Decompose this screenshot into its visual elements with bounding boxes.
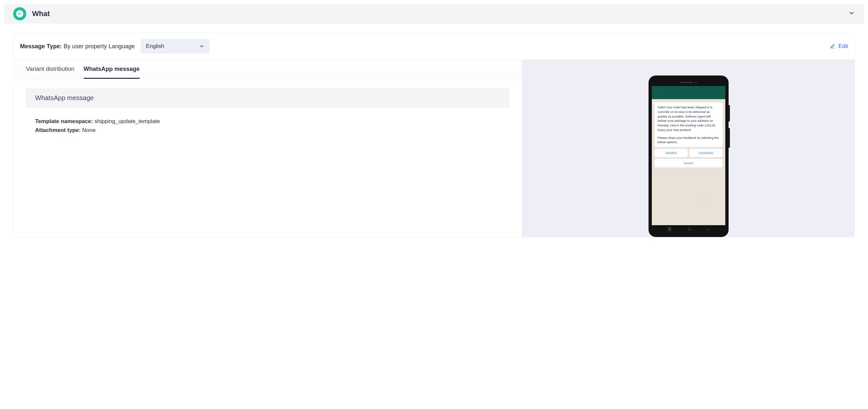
message-type-bar: Message Type: By user property Language … xyxy=(13,33,855,60)
tabs: Variant distribution WhatsApp message xyxy=(13,60,522,79)
message-bubble: Hello! Your order has been shipped & is … xyxy=(654,103,723,147)
template-namespace-value: shipping_update_template xyxy=(94,118,160,124)
template-namespace-label: Template namespace: xyxy=(35,118,93,124)
satisfied-button[interactable]: Satisfied xyxy=(654,149,688,157)
left-body: WhatsApp message Template namespace: shi… xyxy=(13,79,522,164)
message-type-value: By user property Language xyxy=(64,43,135,50)
phone-top xyxy=(652,79,725,86)
template-details: Template namespace: shipping_update_temp… xyxy=(26,108,509,144)
back-icon: ‹ xyxy=(708,227,709,232)
check-badge xyxy=(13,7,26,20)
edit-button[interactable]: Edit xyxy=(830,43,848,50)
chevron-down-icon xyxy=(199,43,205,49)
unsatisfied-button[interactable]: Unsatisfied xyxy=(689,149,723,157)
chevron-down-icon[interactable] xyxy=(848,10,855,18)
attachment-type-value: None xyxy=(82,127,96,133)
message-text-1: Hello! Your order has been shipped & is … xyxy=(658,105,719,132)
neutral-button[interactable]: Neutral xyxy=(654,159,723,167)
square-icon: □ xyxy=(688,227,690,232)
edit-label: Edit xyxy=(838,43,848,50)
language-select[interactable]: English xyxy=(141,39,210,54)
tab-whatsapp-message[interactable]: WhatsApp message xyxy=(84,60,140,79)
section-title: What xyxy=(32,9,50,18)
preview-column: Hello! Your order has been shipped & is … xyxy=(522,60,855,237)
phone-camera xyxy=(695,82,697,83)
content-row: Variant distribution WhatsApp message Wh… xyxy=(13,60,855,237)
tab-variant-distribution[interactable]: Variant distribution xyxy=(26,60,74,79)
content-panel: Message Type: By user property Language … xyxy=(13,33,855,237)
whatsapp-body: Hello! Your order has been shipped & is … xyxy=(652,99,725,225)
feedback-row-1: Satisfied Unsatisfied xyxy=(654,149,723,157)
message-type-left: Message Type: By user property Language … xyxy=(20,39,210,54)
whatsapp-subheader: WhatsApp message xyxy=(26,88,509,108)
phone-speaker xyxy=(680,82,693,83)
feedback-row-2: Neutral xyxy=(654,159,723,167)
template-namespace-line: Template namespace: shipping_update_temp… xyxy=(35,117,500,126)
section-header-left: What xyxy=(13,7,50,20)
phone-nav: ☰ □ ‹ xyxy=(652,225,725,234)
pencil-icon xyxy=(830,43,835,49)
phone-side-button xyxy=(728,105,730,121)
phone-screen: Hello! Your order has been shipped & is … xyxy=(652,86,725,225)
message-text-2: Please share your feedback by selecting … xyxy=(658,136,719,145)
section-header[interactable]: What xyxy=(4,4,864,24)
attachment-type-label: Attachment type: xyxy=(35,127,81,133)
whatsapp-header xyxy=(652,86,725,99)
attachment-type-line: Attachment type: None xyxy=(35,126,500,135)
message-type-label: Message Type: By user property Language xyxy=(20,43,135,50)
check-icon xyxy=(18,12,22,16)
left-column: Variant distribution WhatsApp message Wh… xyxy=(13,60,522,237)
phone-mock: Hello! Your order has been shipped & is … xyxy=(649,76,728,237)
message-type-prefix: Message Type: xyxy=(20,43,62,50)
menu-icon: ☰ xyxy=(668,227,672,232)
phone-side-button xyxy=(728,128,730,148)
language-selected: English xyxy=(146,43,164,50)
